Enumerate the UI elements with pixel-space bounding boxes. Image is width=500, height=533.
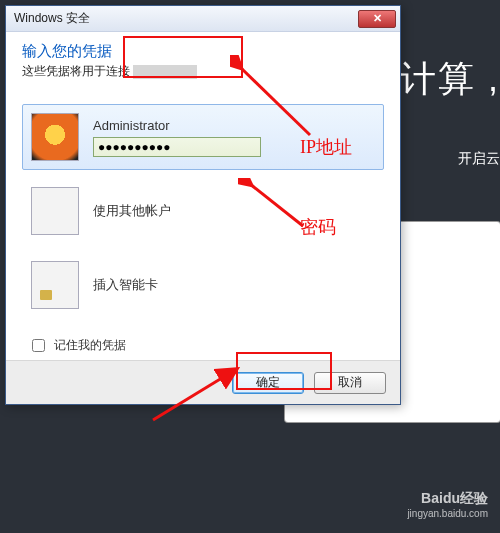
smartcard-label: 插入智能卡	[93, 276, 375, 294]
dialog-heading: 输入您的凭据	[22, 42, 384, 61]
smartcard-icon	[31, 261, 79, 309]
bg-headline: 计算 ,	[400, 55, 500, 104]
credential-tile-smartcard[interactable]: 插入智能卡	[22, 252, 384, 318]
windows-security-dialog: Windows 安全 ✕ 输入您的凭据 这些凭据将用于连接 Administra…	[5, 5, 401, 405]
ip-address-redacted	[133, 65, 197, 79]
dialog-footer: 确定 取消	[6, 360, 400, 404]
titlebar: Windows 安全 ✕	[6, 6, 400, 32]
blank-avatar-icon	[31, 187, 79, 235]
cancel-button[interactable]: 取消	[314, 372, 386, 394]
dialog-subtext: 这些凭据将用于连接	[22, 63, 384, 80]
close-button[interactable]: ✕	[358, 10, 396, 28]
user-avatar	[31, 113, 79, 161]
username-label: Administrator	[93, 118, 375, 133]
watermark-url: jingyan.baidu.com	[407, 506, 488, 521]
ok-button[interactable]: 确定	[232, 372, 304, 394]
other-account-label: 使用其他帐户	[93, 202, 375, 220]
remember-checkbox[interactable]	[32, 339, 45, 352]
credential-tile-administrator[interactable]: Administrator	[22, 104, 384, 170]
remember-credentials-row[interactable]: 记住我的凭据	[28, 336, 384, 355]
watermark: Baidu经验 jingyan.baidu.com	[407, 491, 488, 521]
bg-subline: 开启云	[458, 150, 500, 168]
password-input[interactable]	[93, 137, 261, 157]
credential-tile-other-account[interactable]: 使用其他帐户	[22, 178, 384, 244]
window-title: Windows 安全	[14, 10, 358, 27]
close-icon: ✕	[373, 12, 382, 24]
watermark-brand: Baidu经验	[407, 491, 488, 506]
remember-label: 记住我的凭据	[54, 337, 126, 354]
